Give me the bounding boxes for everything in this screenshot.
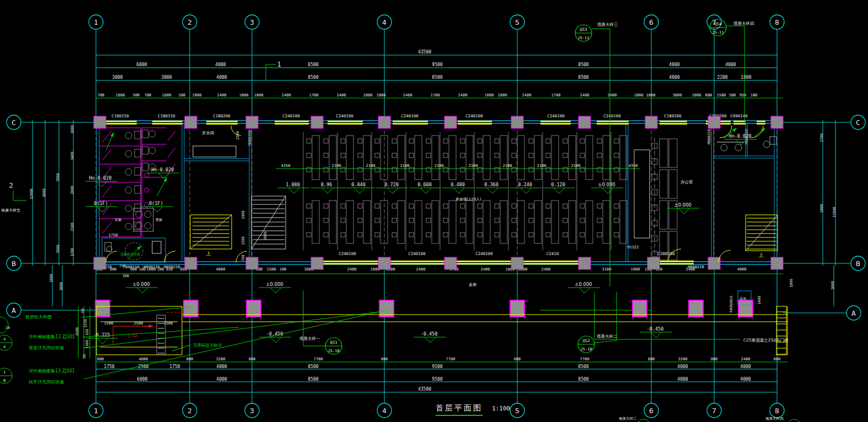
dimension-text: 1500 — [717, 93, 726, 98]
desk-or-fixture — [409, 153, 414, 158]
dimension-text-vertical: 2400 — [241, 210, 245, 219]
dimension-text: 2400 — [337, 93, 346, 98]
desk-or-fixture — [534, 201, 542, 244]
level-triangle — [322, 188, 333, 193]
grid-bubble-label: 7 — [712, 407, 716, 415]
grid-bubble-label: B — [856, 259, 860, 268]
note-text: B — [3, 378, 6, 383]
desk-or-fixture — [495, 139, 499, 143]
level-triangle — [579, 288, 590, 293]
fixture-circle — [144, 173, 149, 177]
dimension-text: 8500 — [578, 377, 588, 382]
desk-or-fixture — [529, 232, 533, 237]
note-text: 走廊 — [469, 283, 476, 287]
desk-or-fixture — [426, 139, 431, 143]
dimension-text: 4800 — [139, 357, 148, 361]
level-value: Hn-0.020 — [152, 167, 174, 172]
dimension-text: 1500 — [267, 267, 276, 272]
desk-or-fixture — [597, 153, 602, 158]
line — [190, 215, 232, 249]
level-triangle — [137, 288, 148, 293]
desk-or-fixture — [478, 204, 482, 208]
porch-column — [95, 300, 110, 317]
window — [660, 123, 687, 125]
grid-bubble-label: 1 — [94, 407, 98, 415]
desk-or-fixture — [495, 232, 499, 237]
line — [251, 196, 286, 249]
note-text: 墙身大样二 — [618, 416, 637, 421]
dimension-text-vertical: 7000 — [56, 173, 60, 182]
level-value: 0.120 — [551, 182, 565, 187]
desk-or-fixture — [392, 204, 397, 208]
window — [275, 121, 309, 122]
level-value: Hn-0.020 — [89, 175, 112, 181]
dimension-text: 4800 — [669, 75, 679, 80]
dimension-text-vertical: 2000 — [70, 186, 74, 194]
dimension-text: 800 — [381, 357, 388, 361]
level-value: 0.480 — [451, 182, 465, 187]
note-text: 无障碍卫生间 — [120, 252, 140, 257]
level-triangle — [387, 188, 398, 193]
polyline-shape — [726, 26, 744, 122]
drawing-title-block: 首层平面图 1:100 — [436, 402, 510, 416]
dimension-text: C240100 — [408, 251, 426, 256]
level-triangle — [425, 337, 436, 343]
dimension-text: 100 — [280, 267, 287, 272]
dimension-text: M090220 — [164, 265, 180, 269]
dimension-text-vertical: 12000 — [29, 188, 34, 199]
desk-or-fixture — [495, 218, 499, 223]
detail-sheet: JS-10 — [328, 349, 339, 353]
desk-or-fixture — [142, 130, 148, 138]
desk-or-fixture — [580, 218, 585, 223]
column — [311, 257, 323, 269]
column — [378, 116, 390, 128]
desk-or-fixture — [415, 201, 422, 244]
dimension-text: C240100 — [465, 113, 483, 118]
dimension-text: 1000 — [254, 93, 264, 98]
dimension-text: 9500 — [432, 364, 442, 369]
arrow-head — [110, 132, 114, 137]
window — [733, 123, 746, 125]
window — [540, 123, 571, 125]
desk-or-fixture — [426, 232, 431, 237]
note-text: 上 — [759, 252, 764, 258]
note-text: 首层柱大样图 — [25, 315, 52, 320]
grid-bubble-label: A — [851, 309, 856, 317]
dimension-text-vertical: 1200 — [70, 248, 74, 257]
level-value: ±0.000 — [132, 282, 149, 287]
dimension-text: 4000 — [740, 377, 751, 382]
grid-bubble-label: 4 — [382, 18, 387, 26]
grid-bubble-label: C — [856, 118, 860, 127]
dimension-text: 1000 — [363, 93, 373, 98]
dimension-text: C090140 — [730, 113, 748, 118]
desk-or-fixture — [563, 139, 567, 143]
dimension-text: 2200 — [717, 75, 727, 80]
column — [246, 116, 258, 128]
stall-door-lines — [103, 149, 111, 160]
level-value: 0.840 — [351, 182, 366, 187]
dimension-text: 800 — [97, 357, 104, 361]
column — [94, 257, 106, 269]
desk-or-fixture — [512, 139, 516, 143]
desk-or-fixture — [517, 136, 524, 180]
dimension-text: 1800 — [116, 93, 125, 98]
window — [597, 123, 629, 125]
level-value: 0.96 — [321, 182, 332, 187]
column — [444, 257, 457, 269]
dimension-text: 4000 — [740, 364, 751, 369]
desk-or-fixture — [551, 201, 559, 244]
desk-or-fixture — [529, 153, 533, 158]
window — [456, 263, 513, 264]
level-triangle — [678, 208, 689, 214]
detail-id: QS2 — [582, 338, 590, 343]
desk-or-fixture — [307, 204, 311, 208]
desk-or-fixture — [546, 218, 550, 223]
level-value: ±0.000 — [598, 182, 615, 187]
desk-or-fixture — [563, 232, 567, 237]
window — [206, 121, 238, 122]
dimension-text: 1700 — [431, 93, 440, 98]
fixture-circle — [144, 223, 151, 229]
desk-or-fixture — [358, 153, 362, 158]
desk-or-fixture — [597, 139, 602, 143]
detail-sheet: JS-10 — [580, 347, 592, 351]
